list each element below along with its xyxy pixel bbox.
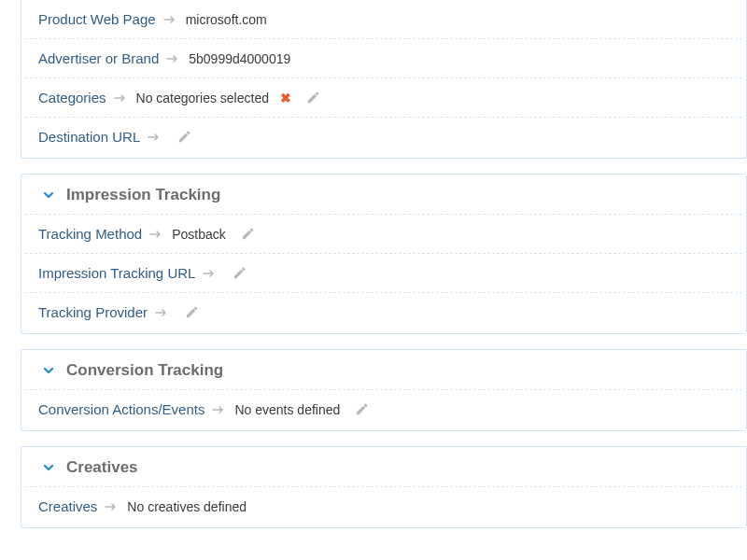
field-row: Advertiser or Brand 5b0999d4000019 [25, 38, 742, 77]
field-label: Advertiser or Brand [38, 50, 159, 66]
arrow-icon [163, 15, 176, 24]
edit-icon[interactable] [241, 227, 255, 241]
chevron-down-icon [42, 364, 55, 377]
edit-icon[interactable] [355, 402, 369, 416]
field-value: microsoft.com [186, 12, 267, 27]
arrow-icon [212, 405, 225, 414]
field-label: Tracking Method [38, 226, 142, 242]
edit-icon[interactable] [185, 305, 199, 319]
field-value: Postback [172, 227, 226, 242]
field-label: Categories [38, 90, 106, 105]
field-label: Creatives [38, 498, 97, 514]
edit-icon[interactable] [306, 91, 320, 105]
field-row: Categories No categories selected ✖ [25, 77, 742, 117]
field-label: Impression Tracking URL [38, 265, 195, 281]
arrow-icon [105, 502, 118, 511]
field-value: No events defined [234, 402, 340, 417]
remove-icon[interactable]: ✖ [280, 91, 291, 105]
field-value: 5b0999d4000019 [189, 51, 290, 66]
field-row: Creatives No creatives defined [25, 486, 742, 525]
panel-header[interactable]: Conversion Tracking [21, 350, 746, 389]
arrow-icon [166, 54, 179, 63]
chevron-down-icon [42, 189, 55, 202]
impression-panel: Impression Tracking Tracking Method Post… [21, 174, 747, 334]
panel-title: Impression Tracking [66, 186, 220, 204]
panel-header[interactable]: Creatives [21, 447, 746, 486]
field-label: Destination URL [38, 129, 140, 145]
field-row: Conversion Actions/Events No events defi… [25, 389, 742, 428]
field-value: No categories selected [136, 91, 269, 105]
field-row: Tracking Method Postback [25, 214, 742, 253]
field-label: Conversion Actions/Events [38, 401, 204, 417]
creatives-panel: Creatives Creatives No creatives defined [21, 446, 747, 528]
field-row: Product Web Page microsoft.com [25, 0, 742, 38]
field-row: Tracking Provider [25, 292, 742, 331]
edit-icon[interactable] [233, 266, 247, 280]
arrow-icon [148, 133, 161, 142]
conversion-panel: Conversion Tracking Conversion Actions/E… [21, 349, 747, 431]
field-row: Destination URL [25, 117, 742, 156]
arrow-icon [203, 269, 216, 278]
panel-header[interactable]: Impression Tracking [21, 175, 746, 214]
field-value: No creatives defined [127, 499, 247, 514]
arrow-icon [155, 308, 168, 317]
field-label: Product Web Page [38, 11, 156, 27]
panel-title: Creatives [66, 458, 138, 477]
arrow-icon [114, 93, 127, 103]
top-panel: Product Web Page microsoft.com Advertise… [21, 0, 747, 159]
chevron-down-icon [42, 461, 55, 474]
field-label: Tracking Provider [38, 304, 148, 320]
arrow-icon [149, 230, 162, 239]
edit-icon[interactable] [177, 130, 191, 144]
panel-title: Conversion Tracking [66, 361, 223, 380]
field-row: Impression Tracking URL [25, 253, 742, 292]
